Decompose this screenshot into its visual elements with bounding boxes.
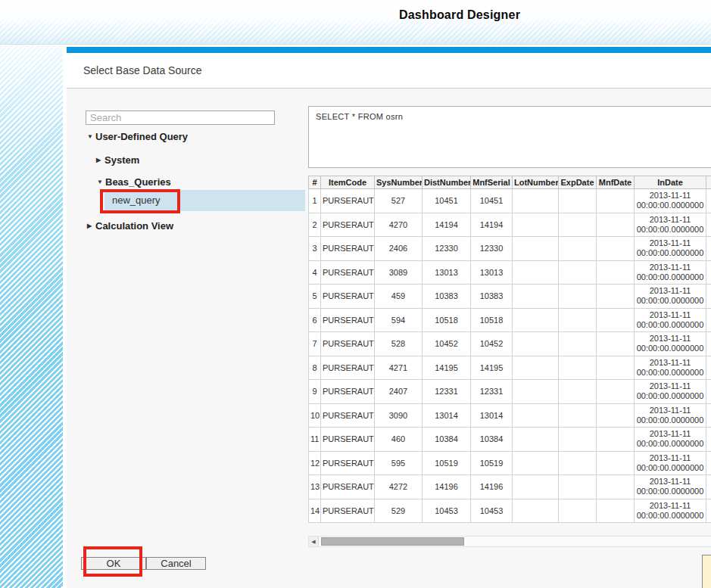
cell: 10383 [471,285,513,309]
tree-item-user-defined-query[interactable]: ▼ User-Defined Query [87,131,188,142]
table-row[interactable]: 14PURSERAUTO52910453104532013-11-1100:00… [309,499,711,523]
cell: 7 [309,332,321,356]
table-row[interactable]: 9PURSERAUTO240712331123312013-11-1100:00… [309,380,711,404]
column-header-sysnumber[interactable]: SysNumber [375,176,423,189]
cell: 529 [375,499,423,523]
column-header-mnfserial[interactable]: MnfSerial [471,176,513,189]
cell: 3090 [375,403,423,428]
cell [559,237,597,261]
ok-button[interactable]: OK [81,557,146,570]
cell: 14196 [471,475,513,499]
cell-clipped [706,428,711,452]
tree-item-beas-queries[interactable]: ▼ Beas_Queries [97,176,171,188]
cell: 12331 [471,380,513,404]
chevron-right-icon[interactable]: ▶ [87,222,95,229]
table-row[interactable]: 2PURSERAUTO427014194141942013-11-1100:00… [309,213,711,237]
clipped-edge-button[interactable] [702,555,711,588]
cell-clipped [706,308,711,332]
table-row[interactable]: 8PURSERAUTO427114195141952013-11-1100:00… [309,356,711,380]
cell: 12330 [423,237,471,261]
column-header-mnfdate[interactable]: MnfDate [597,176,635,189]
cell [513,380,559,404]
results-grid: #ItemCodeSysNumberDistNumberMnfSerialLot… [308,176,711,534]
column-header-expdate[interactable]: ExpDate [559,176,597,189]
cell-indate: 2013-11-1100:00:00.0000000 [635,380,706,404]
cell-indate: 2013-11-1100:00:00.0000000 [635,189,706,213]
chevron-down-icon[interactable]: ▼ [87,133,95,140]
cell: PURSERAUTO [321,308,375,332]
cell-indate: 2013-11-1100:00:00.0000000 [635,451,706,475]
cell: 14194 [471,213,513,237]
dialog-accent-bar [67,47,711,53]
cell: 12 [309,451,321,475]
table-row[interactable]: 3PURSERAUTO240612330123302013-11-1100:00… [309,237,711,261]
cell [513,475,559,499]
cell [513,213,559,237]
cell: 3089 [375,260,423,285]
column-header-distnumber[interactable]: DistNumber [423,176,471,189]
cell [513,308,559,332]
chevron-right-icon[interactable]: ▶ [96,157,104,163]
cell [597,285,635,309]
cell: PURSERAUTO [321,475,375,499]
table-row[interactable]: 4PURSERAUTO308913013130132013-11-1100:00… [309,260,711,285]
table-row[interactable]: 6PURSERAUTO59410518105182013-11-1100:00:… [309,308,711,332]
cell [559,451,597,475]
cell [597,308,635,332]
cell-indate: 2013-11-1100:00:00.0000000 [635,499,706,523]
tree-item-label: Calculation View [95,220,173,232]
app-title: Dashboard Designer [399,8,520,22]
cell: 10451 [423,189,471,213]
table-row[interactable]: 13PURSERAUTO427214196141962013-11-1100:0… [309,475,711,499]
column-header-itemcode[interactable]: ItemCode [321,176,375,189]
cell-indate: 2013-11-1100:00:00.0000000 [635,213,706,237]
dialog-title: Select Base Data Source [83,64,201,76]
cell: PURSERAUTO [321,332,375,356]
cell: 4272 [375,475,423,499]
cell: PURSERAUTO [321,285,375,309]
cell: 11 [309,428,321,452]
table-row[interactable]: 11PURSERAUTO46010384103842013-11-1100:00… [309,428,711,452]
cell: 10519 [423,451,471,475]
cell: 10518 [423,308,471,332]
tree-item-new-query[interactable]: new_query [104,190,305,211]
cell: PURSERAUTO [321,403,375,428]
cell: 4 [309,260,321,285]
table-row[interactable]: 10PURSERAUTO309013014130142013-11-1100:0… [309,403,711,428]
tree-item-system[interactable]: ▶ System [96,154,139,166]
sql-query-preview[interactable]: SELECT * FROM osrn [308,106,711,168]
cell [513,356,559,380]
table-row[interactable]: 5PURSERAUTO45910383103832013-11-1100:00:… [309,285,711,309]
cell: 10451 [471,189,513,213]
table-row[interactable]: 7PURSERAUTO52810452104522013-11-1100:00:… [309,332,711,356]
cell: 14 [309,499,321,523]
cell-indate: 2013-11-1100:00:00.0000000 [635,308,706,332]
tree-item-label: System [104,154,139,166]
cell: 13 [309,475,321,499]
cell: PURSERAUTO [321,213,375,237]
scroll-left-arrow-icon[interactable]: ◀ [309,537,319,546]
search-input[interactable] [86,110,275,125]
cancel-button[interactable]: Cancel [146,557,206,570]
tree-item-calculation-view[interactable]: ▶ Calculation View [87,220,173,232]
cell: 2407 [375,380,423,404]
scrollbar-thumb[interactable] [321,537,464,546]
column-header-lotnumber[interactable]: LotNumber [513,176,559,189]
column-header-indate[interactable]: InDate [635,176,706,189]
horizontal-scrollbar[interactable]: ◀ [308,536,711,547]
cell-clipped [706,356,711,380]
cell [559,189,597,213]
cell-clipped [706,451,711,475]
table-row[interactable]: 1PURSERAUTO52710451104512013-11-1100:00:… [309,189,711,213]
cell [597,189,635,213]
column-header-num[interactable]: # [309,176,321,189]
cell [559,499,597,523]
cell: 10452 [423,332,471,356]
cell: PURSERAUTO [321,428,375,452]
cell: PURSERAUTO [321,380,375,404]
chevron-down-icon[interactable]: ▼ [97,179,105,185]
cell: 4271 [375,356,423,380]
cell: 8 [309,356,321,380]
cell [559,403,597,428]
table-row[interactable]: 12PURSERAUTO59510519105192013-11-1100:00… [309,451,711,475]
